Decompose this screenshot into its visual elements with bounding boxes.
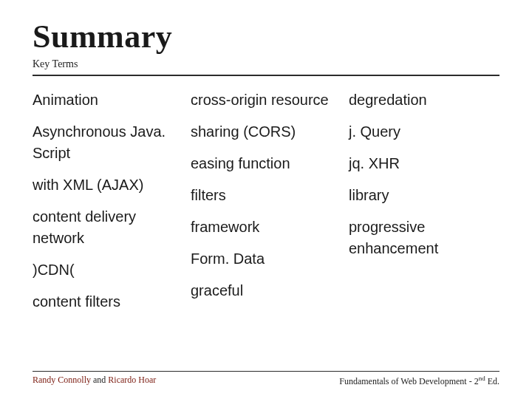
term-item: Animation — [33, 89, 183, 111]
term-item: degredation — [349, 89, 499, 111]
terms-column-3: degredation j. Query jq. XHR library pro… — [349, 89, 499, 323]
term-item: Form. Data — [191, 248, 341, 270]
terms-column-1: Animation Asynchronous Java. Script with… — [33, 89, 183, 323]
term-item: filters — [191, 185, 341, 206]
term-item: sharing (CORS) — [191, 121, 341, 143]
footer-rule — [33, 371, 499, 372]
footer-book-title: Fundamentals of Web Development - 2 — [339, 376, 478, 386]
footer-edition-post: Ed. — [485, 376, 499, 386]
terms-columns: Animation Asynchronous Java. Script with… — [33, 89, 499, 323]
term-item: graceful — [191, 280, 341, 301]
footer-right: Fundamentals of Web Development - 2nd Ed… — [339, 375, 499, 387]
term-item: easing function — [191, 153, 341, 174]
term-item: content filters — [33, 291, 183, 313]
page-title: Summary — [33, 18, 499, 55]
page-subtitle: Key Terms — [33, 58, 499, 70]
footer-left: Randy Connolly and Ricardo Hoar — [33, 375, 156, 387]
term-item: )CDN( — [33, 259, 183, 281]
footer-and: and — [91, 375, 108, 385]
term-item: j. Query — [349, 121, 499, 143]
term-item: library — [349, 185, 499, 206]
footer-row: Randy Connolly and Ricardo Hoar Fundamen… — [33, 375, 499, 387]
footer-edition-sup: nd — [479, 375, 485, 382]
term-item: cross-origin resource — [191, 89, 341, 111]
term-item: framework — [191, 216, 341, 238]
page-footer: Randy Connolly and Ricardo Hoar Fundamen… — [33, 371, 499, 387]
term-item: Asynchronous Java. Script — [33, 121, 183, 164]
term-item: content delivery network — [33, 206, 183, 249]
term-item: jq. XHR — [349, 153, 499, 174]
term-item: progressive enhancement — [349, 216, 499, 259]
horizontal-rule — [33, 75, 499, 76]
terms-column-2: cross-origin resource sharing (CORS) eas… — [191, 89, 341, 323]
term-item: with XML (AJAX) — [33, 174, 183, 196]
footer-author-2: Ricardo Hoar — [108, 375, 156, 385]
footer-author-1: Randy Connolly — [33, 375, 91, 385]
